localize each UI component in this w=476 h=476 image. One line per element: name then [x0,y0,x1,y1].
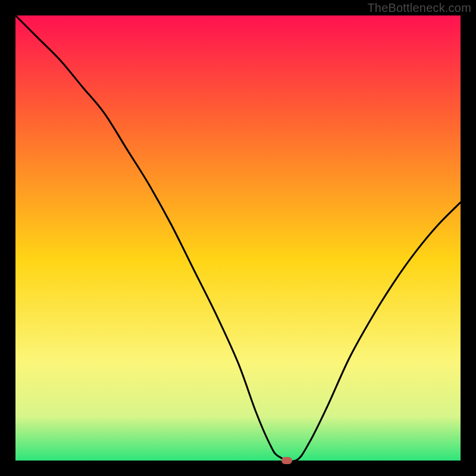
gradient-background [15,15,461,461]
plot-svg [15,15,461,461]
watermark-text: TheBottleneck.com [367,1,471,15]
chart-frame: TheBottleneck.com [0,0,476,476]
plot-area [15,15,461,461]
optimum-marker [281,457,292,464]
